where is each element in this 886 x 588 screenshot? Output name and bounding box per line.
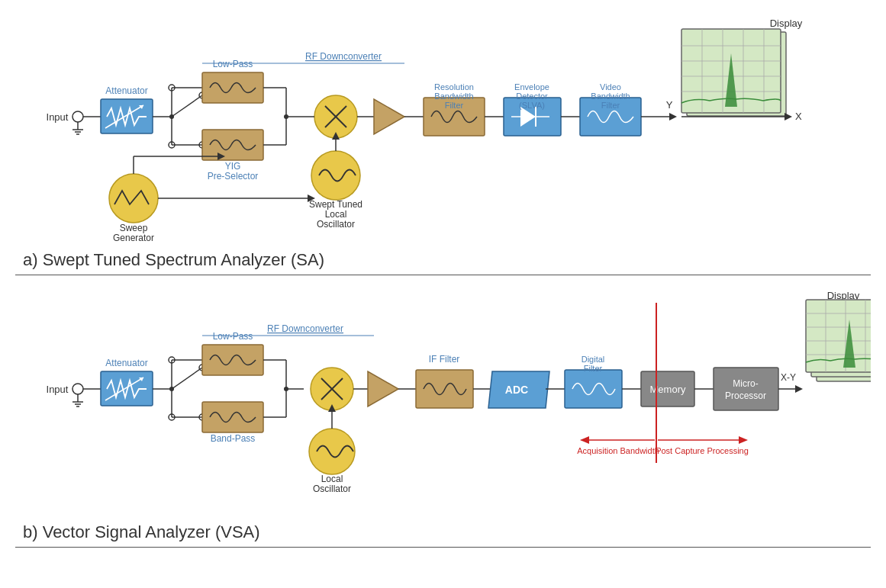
vsa-input-label: Input	[47, 384, 69, 395]
sweep-gen-circle	[109, 174, 158, 223]
vsa-lo-label2: Oscillator	[313, 484, 351, 494]
rbw-label1: Resolution	[434, 82, 474, 92]
rf-downconverter-label: RF Downconverter	[305, 51, 382, 62]
vsa-bandpass-label: Band-Pass	[211, 433, 256, 444]
envelope-label2: Detector	[516, 92, 548, 101]
amplifier-shape	[374, 99, 404, 134]
memory-label: Memory	[650, 384, 686, 395]
top-diagram-area: Input Attenuator	[15, 8, 871, 247]
vsa-rf-dc-label: RF Downconverter	[267, 323, 343, 334]
lo-circle	[311, 151, 360, 200]
post-capture-label: Post Capture Processing	[656, 446, 749, 455]
bottom-divider	[15, 547, 871, 548]
yig-label1: YIG	[225, 161, 241, 172]
top-section-label: a) Swept Tuned Spectrum Analyzer (SA)	[15, 250, 871, 270]
bottom-diagram-section: Input Attenuator	[15, 280, 871, 548]
acquisition-bw-label: Acquisition Bandwidth	[577, 446, 659, 455]
y-label: Y	[666, 99, 673, 111]
lo-label1: Swept Tuned	[309, 199, 362, 210]
input-connector	[72, 111, 83, 122]
svg-rect-77	[202, 402, 263, 432]
envelope-label1: Envelope	[514, 82, 549, 92]
svg-marker-48	[785, 113, 792, 120]
vsa-lo-label1: Local	[321, 474, 343, 484]
svg-rect-104	[806, 300, 871, 372]
vbw-label3: Filter	[601, 101, 620, 110]
top-diagram-section: Input Attenuator	[15, 8, 871, 275]
lo-label3: Oscillator	[317, 219, 355, 230]
attenuator-label: Attenuator	[105, 85, 147, 96]
envelope-label3: (SLVA)	[519, 101, 545, 110]
vsa-lowpass-label: Low-Pass	[213, 331, 253, 342]
bottom-section-label: b) Vector Signal Analyzer (VSA)	[15, 522, 871, 542]
vbw-label2: Bandwidth	[591, 92, 630, 101]
input-label: Input	[47, 111, 69, 123]
bottom-diagram-area: Input Attenuator	[15, 280, 871, 519]
microprocessor-label1: Micro-	[733, 378, 758, 389]
svg-marker-120	[739, 436, 748, 444]
adc-label: ADC	[505, 384, 528, 396]
rbw-label3: Filter	[445, 101, 464, 110]
rbw-label2: Bandwidth	[434, 92, 473, 101]
lo-label2: Local	[325, 209, 347, 220]
svg-rect-76	[202, 345, 263, 375]
vbw-label1: Video	[600, 82, 621, 92]
svg-marker-118	[580, 436, 589, 444]
svg-point-113	[309, 429, 355, 474]
svg-rect-99	[714, 368, 778, 410]
vsa-attenuator-label: Attenuator	[105, 358, 147, 368]
svg-line-70	[172, 368, 202, 389]
x-label: X	[795, 111, 802, 122]
digital-filter-label2: Filter	[584, 364, 603, 373]
top-diagram-svg: Input Attenuator	[15, 8, 871, 244]
lowpass-box-top	[202, 72, 263, 103]
bottom-diagram-svg: Input Attenuator	[15, 280, 871, 516]
top-divider	[15, 275, 871, 275]
yig-label2: Pre-Selector	[208, 171, 259, 182]
microprocessor-label2: Processor	[725, 390, 766, 401]
svg-marker-89	[368, 371, 398, 406]
if-filter-label: IF Filter	[429, 354, 460, 365]
sweep-gen-label2: Generator	[113, 233, 154, 243]
lowpass-label: Low-Pass	[213, 59, 253, 69]
digital-filter-label1: Digital	[582, 355, 605, 364]
svg-point-56	[72, 384, 83, 394]
display-label-top: Display	[770, 18, 803, 29]
sweep-gen-label1: Sweep	[120, 223, 148, 233]
page: Input Attenuator	[0, 0, 886, 588]
svg-marker-101	[795, 385, 803, 393]
yig-box	[202, 130, 263, 160]
svg-line-12	[172, 95, 202, 117]
xy-label: X-Y	[781, 372, 796, 383]
svg-marker-36	[669, 113, 677, 120]
